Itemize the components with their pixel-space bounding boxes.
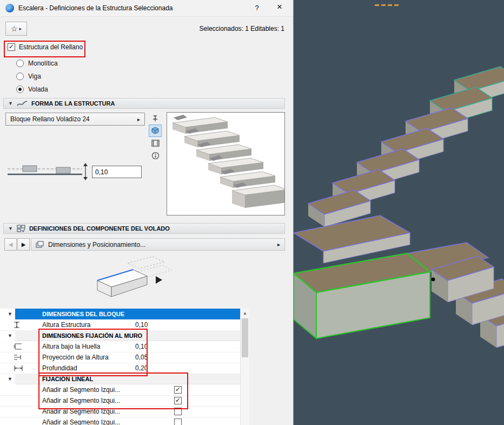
scroll-up-button[interactable]: ▲ — [241, 309, 249, 317]
param-row-anadir-segmento-3[interactable]: Añadir al Segmento Izqui... ✓ — [0, 406, 240, 417]
stair-structure-dialog: Escalera - Definiciones de la Estructura… — [0, 0, 294, 425]
offset-value-input[interactable] — [92, 166, 142, 178]
offset-diagram — [6, 161, 89, 182]
walkthrough-button[interactable] — [149, 138, 161, 149]
param-value[interactable]: 0,05 — [135, 354, 148, 361]
flyout-arrow-icon: ▸ — [137, 116, 140, 122]
landing-structure-checkbox[interactable]: ✓ — [8, 43, 15, 51]
param-row-anadir-segmento-1[interactable]: Añadir al Segmento Izqui... ✓ — [0, 384, 240, 396]
structure-form-icon — [17, 100, 28, 107]
info-icon — [151, 152, 160, 160]
segment-checkbox[interactable]: ✓ — [174, 408, 182, 415]
param-row-proyeccion-altura[interactable]: Proyección de la Altura 0,05 — [0, 352, 240, 363]
segment-checkbox[interactable]: ✓ — [174, 386, 182, 394]
param-value[interactable]: 0,10 — [135, 321, 148, 329]
group-header-row[interactable]: ▼ FIJACIÓN LINEAL — [0, 374, 240, 384]
stairs-preview-drawing — [167, 113, 284, 215]
cube-icon — [151, 127, 160, 135]
param-value[interactable]: 0,20 — [135, 364, 148, 372]
collapse-triangle-icon[interactable]: ▼ — [8, 311, 12, 317]
component-settings-icon — [17, 225, 25, 232]
param-row-profundidad[interactable]: Profundidad 0,20 — [0, 363, 240, 374]
radio-icon[interactable] — [16, 86, 24, 93]
collapsed-toolbar[interactable] — [375, 4, 399, 6]
collapse-triangle-icon[interactable]: ▼ — [8, 101, 13, 106]
page-selector-label: Dimensiones y Posicionamiento... — [48, 241, 274, 249]
dimension-icon — [13, 354, 24, 361]
3d-viewport[interactable] — [294, 0, 504, 425]
stair-upper-flight[interactable] — [294, 67, 504, 272]
radio-viga[interactable]: Viga — [16, 71, 41, 81]
landing-structure-checkbox-row[interactable]: ✓ Estructura del Rellano — [8, 43, 83, 51]
pin-icon — [151, 115, 159, 122]
positioning-icon — [36, 241, 44, 249]
table-scrollbar[interactable]: ▲ — [240, 309, 249, 425]
check-icon: ✓ — [175, 385, 181, 393]
parameter-table: ▼ DIMENSIONES DEL BLOQUE Altura Estructu… — [0, 309, 240, 425]
group-header-dimensiones-bloque: DIMENSIONES DEL BLOQUE — [15, 309, 240, 319]
group-header-fijacion-muro: DIMENSIONES FIJACIÓN AL MURO — [15, 330, 240, 341]
favorites-button[interactable]: ☆ ▸ — [5, 22, 27, 36]
radio-volada[interactable]: Volada — [16, 84, 48, 94]
help-button[interactable]: ? — [252, 4, 262, 12]
check-icon: ✓ — [175, 396, 181, 404]
collapse-triangle-icon[interactable]: ▼ — [8, 376, 12, 382]
page-selector[interactable]: Dimensiones y Posicionamiento... ▸ — [31, 238, 285, 251]
radio-volada-label: Volada — [28, 86, 48, 93]
viewport-canvas[interactable] — [294, 0, 504, 425]
check-icon: ✓ — [9, 43, 14, 50]
dimension-icon — [13, 343, 24, 350]
app-icon — [5, 4, 14, 12]
group-header-row[interactable]: ▼ DIMENSIONES FIJACIÓN AL MURO — [0, 330, 240, 341]
dimension-icon — [13, 364, 24, 372]
next-page-button[interactable]: ▶ — [17, 238, 30, 251]
screen: Escalera - Definiciones de la Estructura… — [0, 0, 504, 425]
section-component-settings-title: DEFINICIONES DEL COMPONENTE DEL VOLADO — [29, 225, 170, 232]
component-block-diagram — [85, 256, 177, 305]
param-row-anadir-segmento-2[interactable]: Añadir al Segmento Izqui... ✓ — [0, 395, 240, 407]
film-icon — [151, 140, 160, 147]
group-header-fijacion-lineal: FIJACIÓN LINEAL — [15, 374, 240, 384]
prev-arrow-icon: ◀ — [9, 241, 13, 247]
landing-structure-label: Estructura del Rellano — [19, 43, 83, 51]
segment-checkbox[interactable]: ✓ — [174, 419, 182, 425]
3d-view-button[interactable] — [149, 125, 161, 136]
next-arrow-icon: ▶ — [22, 241, 26, 247]
flyout-arrow-icon: ▸ — [19, 26, 22, 31]
info-button[interactable] — [149, 150, 161, 161]
selection-info: Seleccionados: 1 Editables: 1 — [200, 25, 284, 32]
radio-viga-label: Viga — [28, 73, 41, 80]
flyout-arrow-icon: ▸ — [277, 241, 280, 247]
dimension-icon — [13, 321, 24, 329]
segment-checkbox[interactable]: ✓ — [174, 397, 182, 404]
radio-monolitica[interactable]: Monolítica — [16, 58, 58, 68]
param-row-anadir-segmento-4[interactable]: Añadir al Segmento Izqui... ✓ — [0, 417, 240, 425]
dialog-title: Escalera - Definiciones de la Estructura… — [18, 4, 173, 12]
profile-dropdown-value: Bloque Rellano Voladizo 24 — [10, 115, 137, 123]
structure-preview — [167, 112, 285, 215]
section-structure-form-title: FORMA DE LA ESTRUCTURA — [31, 100, 115, 107]
edit-point-marker[interactable] — [432, 278, 435, 282]
dialog-titlebar[interactable]: Escalera - Definiciones de la Estructura… — [0, 0, 293, 17]
stair-lower-flight[interactable] — [432, 256, 504, 348]
close-button[interactable]: × — [274, 2, 286, 12]
radio-icon[interactable] — [16, 60, 24, 67]
radio-monolitica-label: Monolítica — [28, 60, 58, 67]
radio-icon[interactable] — [16, 73, 24, 80]
prev-page-button[interactable]: ◀ — [4, 238, 17, 251]
scrollbar-thumb[interactable] — [242, 318, 248, 357]
group-header-row[interactable]: ▼ DIMENSIONES DEL BLOQUE — [0, 309, 240, 319]
star-icon: ☆ — [11, 25, 18, 32]
param-row-altura-estructura[interactable]: Altura Estructura 0,10 — [0, 319, 240, 331]
param-row-altura-bajo-huella[interactable]: Altura bajo la Huella 0,10 — [0, 341, 240, 352]
selected-landing-structure[interactable] — [294, 253, 430, 338]
section-structure-form[interactable]: ▼ FORMA DE LA ESTRUCTURA — [3, 98, 285, 109]
collapse-triangle-icon[interactable]: ▼ — [8, 333, 12, 338]
up-arrow-icon: ▲ — [243, 311, 247, 316]
section-component-settings[interactable]: ▼ DEFINICIONES DEL COMPONENTE DEL VOLADO — [3, 223, 285, 234]
collapse-triangle-icon[interactable]: ▼ — [8, 226, 13, 231]
pin-view-button[interactable] — [149, 113, 161, 124]
param-value[interactable]: 0,10 — [135, 343, 148, 350]
profile-dropdown[interactable]: Bloque Rellano Voladizo 24 ▸ — [5, 113, 145, 126]
